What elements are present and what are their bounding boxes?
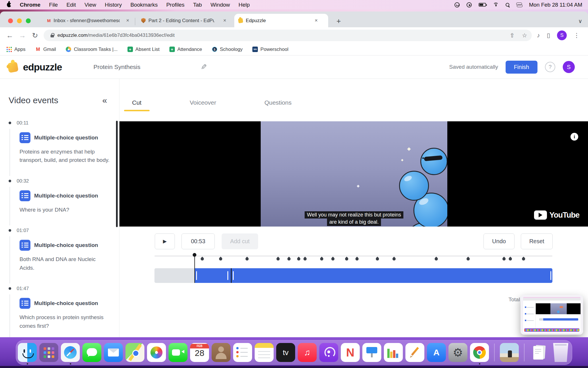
menu-item-edit[interactable]: Edit: [66, 2, 76, 8]
dock-launchpad-icon[interactable]: [39, 343, 58, 362]
menu-item-profiles[interactable]: Profiles: [166, 2, 184, 8]
question-marker[interactable]: [392, 257, 396, 261]
close-tab-icon[interactable]: ×: [223, 18, 226, 24]
screen-mirroring-icon[interactable]: [467, 2, 472, 7]
question-marker[interactable]: [345, 257, 349, 261]
sidebar-scrollbar[interactable]: [116, 121, 118, 227]
timeline-track[interactable]: [154, 255, 552, 257]
question-marker[interactable]: [287, 257, 291, 261]
timeline-bar[interactable]: [154, 268, 552, 283]
dock-messages-icon[interactable]: [82, 343, 101, 362]
back-button[interactable]: ←: [3, 31, 16, 40]
tab-questions[interactable]: Questions: [256, 95, 300, 111]
video-player[interactable]: Well you may not realize this but protei…: [119, 121, 588, 227]
cut-timeline[interactable]: [154, 253, 552, 285]
menu-item-help[interactable]: Help: [239, 2, 250, 8]
dock-music-icon[interactable]: ♫: [298, 343, 317, 362]
edpuzzle-brand[interactable]: edpuzzle: [23, 62, 62, 73]
video-event[interactable]: 00:11 Multiple-choice question Proteins …: [0, 120, 119, 164]
bookmark-apps[interactable]: Apps: [6, 47, 26, 52]
bookmark-powerschool[interactable]: SISPowerschool: [252, 47, 288, 52]
question-marker[interactable]: [303, 257, 307, 261]
close-tab-icon[interactable]: ×: [126, 18, 129, 24]
screen-share-preview[interactable]: [521, 295, 583, 335]
dock-maps-icon[interactable]: [125, 343, 144, 362]
user-avatar[interactable]: S: [563, 61, 575, 73]
video-event[interactable]: 00:32 Multiple-choice question Where is …: [0, 178, 119, 214]
menu-item-tab[interactable]: Tab: [193, 2, 202, 8]
info-icon[interactable]: i: [570, 133, 578, 141]
reload-button[interactable]: ↻: [29, 31, 41, 40]
url-text[interactable]: edpuzzle.com/media/61e6b7d3fc4ba04313936…: [57, 32, 175, 38]
question-marker[interactable]: [355, 257, 359, 261]
address-bar[interactable]: edpuzzle.com/media/61e6b7d3fc4ba04313936…: [44, 30, 532, 41]
minimize-window-button[interactable]: [17, 18, 22, 23]
youtube-logo[interactable]: YouTube: [534, 210, 579, 220]
lock-icon[interactable]: [51, 35, 54, 37]
video-event[interactable]: 01:07 Multiple-choice question Both RNA …: [0, 228, 119, 272]
cut-handle[interactable]: [550, 271, 551, 280]
dock-mail-icon[interactable]: [104, 343, 123, 362]
dock-app-store-icon[interactable]: A: [427, 343, 446, 362]
help-icon[interactable]: ?: [545, 62, 555, 72]
share-icon[interactable]: ⇧: [510, 32, 514, 39]
question-marker[interactable]: [200, 257, 205, 261]
dock-keynote-icon[interactable]: [362, 343, 381, 362]
menu-item-file[interactable]: File: [49, 2, 58, 8]
bookmark-gmail[interactable]: MGmail: [35, 47, 56, 52]
question-marker[interactable]: [466, 257, 471, 261]
menu-item-view[interactable]: View: [84, 2, 96, 8]
dock-trash-icon[interactable]: [551, 343, 570, 362]
dock-system-settings-icon[interactable]: ⚙: [448, 343, 467, 362]
play-button[interactable]: ▶: [155, 233, 175, 249]
edpuzzle-logo-icon[interactable]: [6, 60, 20, 74]
question-marker[interactable]: [521, 257, 526, 261]
menu-bar-clock[interactable]: Mon Feb 28 11:04 AM: [529, 2, 582, 8]
dock-pages-icon[interactable]: [405, 343, 424, 362]
timeline-segment-kept[interactable]: [195, 268, 552, 283]
dock-contacts-icon[interactable]: [212, 343, 231, 362]
tab-cut[interactable]: Cut: [124, 95, 150, 111]
tab-part2-editing[interactable]: Part 2 - Editing Content - EdPu ×: [137, 14, 230, 27]
add-cut-button[interactable]: Add cut: [222, 233, 258, 249]
question-marker[interactable]: [502, 257, 506, 261]
dock-reminders-icon[interactable]: [233, 343, 252, 362]
dock-chrome-icon[interactable]: [470, 343, 489, 362]
question-marker[interactable]: [320, 257, 324, 261]
reset-button[interactable]: Reset: [521, 233, 553, 249]
undo-button[interactable]: Undo: [483, 233, 514, 249]
cut-handle[interactable]: [233, 271, 234, 280]
tab-edpuzzle-active[interactable]: Edpuzzle ×: [234, 14, 328, 27]
chrome-menu-icon[interactable]: ⋮: [574, 32, 580, 39]
question-marker[interactable]: [331, 257, 335, 261]
question-marker[interactable]: [434, 257, 439, 261]
control-center-icon[interactable]: [516, 3, 522, 7]
dock-downloads-icon[interactable]: [530, 343, 549, 362]
bookmark-schoology[interactable]: SSchoology: [212, 47, 243, 52]
edit-title-icon[interactable]: ✎: [201, 63, 207, 72]
dock-desktop-folder-icon[interactable]: [500, 343, 519, 362]
current-time-field[interactable]: 00:53: [181, 233, 215, 249]
cut-handle[interactable]: [227, 271, 228, 280]
dock-podcasts-icon[interactable]: [319, 343, 338, 362]
timeline-segment-removed[interactable]: [154, 268, 195, 283]
question-marker[interactable]: [276, 257, 280, 261]
menu-item-window[interactable]: Window: [210, 2, 230, 8]
side-panel-icon[interactable]: ▯: [547, 32, 550, 39]
question-marker[interactable]: [245, 257, 249, 261]
dock-notes-icon[interactable]: [255, 343, 274, 362]
spotlight-icon[interactable]: [506, 3, 509, 7]
question-marker[interactable]: [375, 257, 380, 261]
close-window-button[interactable]: [8, 18, 13, 23]
playhead[interactable]: [194, 253, 195, 283]
bookmark-star-icon[interactable]: ☆: [522, 32, 527, 39]
wifi-icon[interactable]: [493, 3, 499, 7]
menu-item-history[interactable]: History: [105, 2, 122, 8]
new-tab-button[interactable]: +: [336, 17, 341, 26]
finish-button[interactable]: Finish: [506, 61, 537, 74]
dock-calendar-icon[interactable]: FEB28: [190, 343, 209, 362]
bookmark-absent-list[interactable]: +Absent List: [127, 47, 160, 52]
cut-handle[interactable]: [196, 271, 197, 280]
chrome-profile-avatar[interactable]: S: [557, 30, 567, 40]
forward-button[interactable]: →: [16, 31, 29, 40]
